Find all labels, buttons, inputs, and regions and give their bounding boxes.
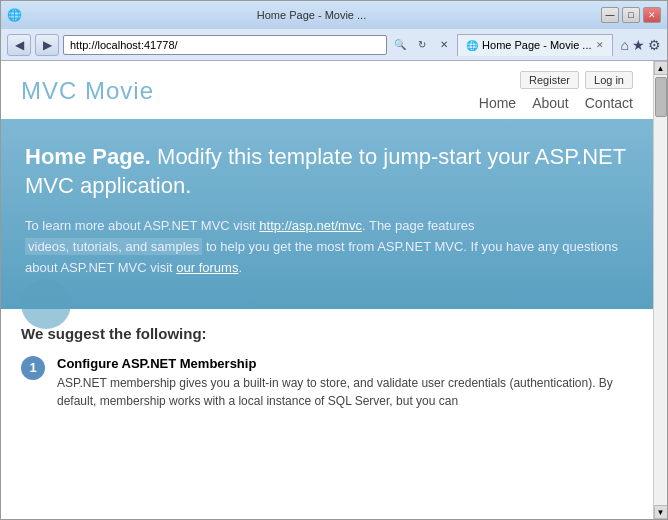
- list-item: 1 Configure ASP.NET Membership ASP.NET m…: [21, 356, 633, 410]
- browser-content: MVC Movie Register Log in Home About Con…: [1, 61, 667, 519]
- hero-body2: . The page features: [362, 218, 475, 233]
- hero-link1[interactable]: http://asp.net/mvc: [259, 218, 362, 233]
- url-input[interactable]: [63, 35, 387, 55]
- tab-close-icon[interactable]: ✕: [596, 40, 604, 50]
- scroll-thumb[interactable]: [655, 77, 667, 117]
- scrollbar: ▲ ▼: [653, 61, 667, 519]
- nav-contact[interactable]: Contact: [585, 95, 633, 111]
- tab-label: Home Page - Movie ...: [482, 39, 591, 51]
- section-heading: We suggest the following:: [21, 325, 633, 342]
- site-logo: MVC Movie: [21, 77, 154, 105]
- nav-home[interactable]: Home: [479, 95, 516, 111]
- browser-tab[interactable]: 🌐 Home Page - Movie ... ✕: [457, 34, 612, 56]
- header-right: Register Log in Home About Contact: [479, 71, 633, 111]
- stop-icon[interactable]: ✕: [435, 36, 453, 54]
- settings-icon[interactable]: ⚙: [648, 37, 661, 53]
- register-button[interactable]: Register: [520, 71, 579, 89]
- hero-body: To learn more about ASP.NET MVC visit ht…: [25, 216, 629, 278]
- scroll-up-arrow[interactable]: ▲: [654, 61, 668, 75]
- hero-decoration: [21, 279, 71, 329]
- hero-link2[interactable]: our forums: [176, 260, 238, 275]
- maximize-button[interactable]: □: [622, 7, 640, 23]
- title-bar-left: 🌐: [7, 8, 22, 22]
- refresh-icon[interactable]: ↻: [413, 36, 431, 54]
- auth-links: Register Log in: [520, 71, 633, 89]
- window-controls: — □ ✕: [601, 7, 661, 23]
- home-toolbar-icon[interactable]: ⌂: [621, 37, 629, 53]
- toolbar-icons: ⌂ ★ ⚙: [621, 37, 661, 53]
- list-number: 1: [21, 356, 45, 380]
- close-button[interactable]: ✕: [643, 7, 661, 23]
- hero-highlight: videos, tutorials, and samples: [25, 238, 202, 255]
- title-bar: 🌐 Home Page - Movie ... — □ ✕: [1, 1, 667, 29]
- back-button[interactable]: ◀: [7, 34, 31, 56]
- nav-links: Home About Contact: [479, 95, 633, 111]
- item-desc: ASP.NET membership gives you a built-in …: [57, 374, 633, 410]
- window-title: Home Page - Movie ...: [22, 9, 601, 21]
- page-content: MVC Movie Register Log in Home About Con…: [1, 61, 653, 519]
- site-header: MVC Movie Register Log in Home About Con…: [1, 61, 653, 119]
- item-title: Configure ASP.NET Membership: [57, 356, 633, 371]
- search-icon[interactable]: 🔍: [391, 36, 409, 54]
- nav-about[interactable]: About: [532, 95, 569, 111]
- favorites-icon[interactable]: ★: [632, 37, 645, 53]
- hero-title: Home Page. Modify this template to jump-…: [25, 143, 629, 200]
- address-bar-row: ◀ ▶ 🔍 ↻ ✕ 🌐 Home Page - Movie ... ✕ ⌂ ★ …: [1, 29, 667, 61]
- forward-button[interactable]: ▶: [35, 34, 59, 56]
- scroll-down-arrow[interactable]: ▼: [654, 505, 668, 519]
- minimize-button[interactable]: —: [601, 7, 619, 23]
- login-button[interactable]: Log in: [585, 71, 633, 89]
- hero-section: Home Page. Modify this template to jump-…: [1, 119, 653, 309]
- hero-title-bold: Home Page.: [25, 144, 151, 169]
- hero-body4: .: [238, 260, 242, 275]
- browser-window: 🌐 Home Page - Movie ... — □ ✕ ◀ ▶ 🔍 ↻ ✕ …: [0, 0, 668, 520]
- list-content: Configure ASP.NET Membership ASP.NET mem…: [57, 356, 633, 410]
- main-content: We suggest the following: 1 Configure AS…: [1, 309, 653, 426]
- hero-body1: To learn more about ASP.NET MVC visit: [25, 218, 259, 233]
